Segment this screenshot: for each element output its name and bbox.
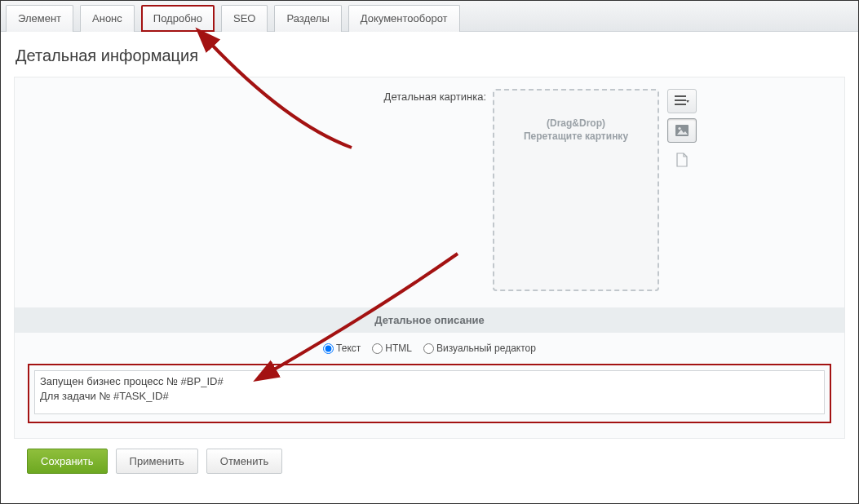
- svg-rect-1: [675, 99, 686, 101]
- file-icon: [676, 153, 688, 167]
- menu-button[interactable]: [667, 89, 697, 113]
- editor-mode-row: Текст HTML Визуальный редактор: [28, 333, 831, 360]
- image-dropzone[interactable]: (Drag&Drop) Перетащите картинку: [493, 89, 659, 291]
- page-title: Детальная информация: [15, 46, 845, 65]
- editor-mode-text-radio[interactable]: [323, 343, 334, 354]
- dropzone-hint-2: Перетащите картинку: [524, 130, 628, 142]
- detail-image-label: Детальная картинка:: [28, 89, 493, 103]
- svg-point-5: [678, 127, 680, 130]
- app-frame: Элемент Анонс Подробно SEO Разделы Докум…: [0, 0, 859, 504]
- detail-image-controls: (Drag&Drop) Перетащите картинку: [493, 89, 697, 291]
- editor-mode-html-radio[interactable]: [372, 343, 383, 354]
- tab-docflow[interactable]: Документооборот: [348, 5, 460, 32]
- detail-image-row: Детальная картинка: (Drag&Drop) Перетащи…: [28, 89, 831, 291]
- description-section-header: Детальное описание: [15, 307, 844, 333]
- apply-button[interactable]: Применить: [116, 449, 198, 474]
- tab-anons[interactable]: Анонс: [80, 5, 135, 32]
- editor-mode-visual-label: Визуальный редактор: [436, 343, 536, 354]
- editor-mode-visual-radio[interactable]: [423, 343, 434, 354]
- new-file[interactable]: [667, 148, 697, 172]
- tab-razdely[interactable]: Разделы: [274, 5, 341, 32]
- svg-rect-2: [675, 104, 686, 105]
- form-panel: Детальная картинка: (Drag&Drop) Перетащи…: [14, 77, 845, 439]
- description-textarea[interactable]: [34, 370, 825, 414]
- image-side-buttons: [667, 89, 697, 291]
- actions-bar: Сохранить Применить Отменить: [14, 439, 845, 474]
- tab-element[interactable]: Элемент: [6, 5, 73, 32]
- svg-marker-3: [686, 100, 689, 103]
- cancel-button[interactable]: Отменить: [206, 449, 282, 474]
- save-button[interactable]: Сохранить: [27, 449, 108, 474]
- editor-mode-text[interactable]: Текст: [323, 343, 361, 354]
- image-icon: [675, 125, 689, 136]
- editor-mode-visual[interactable]: Визуальный редактор: [423, 343, 536, 354]
- tabs-bar: Элемент Анонс Подробно SEO Разделы Докум…: [1, 1, 858, 32]
- description-highlight: [28, 364, 831, 423]
- dropzone-hint-1: (Drag&Drop): [547, 117, 605, 129]
- image-preview-button[interactable]: [667, 118, 697, 143]
- editor-mode-text-label: Текст: [336, 343, 361, 354]
- tab-podrobno[interactable]: Подробно: [141, 5, 215, 32]
- content: Детальная информация Детальная картинка:…: [1, 32, 858, 484]
- editor-mode-html[interactable]: HTML: [372, 343, 412, 354]
- editor-mode-html-label: HTML: [385, 343, 412, 354]
- tab-seo[interactable]: SEO: [221, 5, 268, 32]
- svg-marker-7: [677, 153, 687, 166]
- hamburger-icon: [675, 95, 689, 107]
- svg-rect-0: [675, 95, 686, 97]
